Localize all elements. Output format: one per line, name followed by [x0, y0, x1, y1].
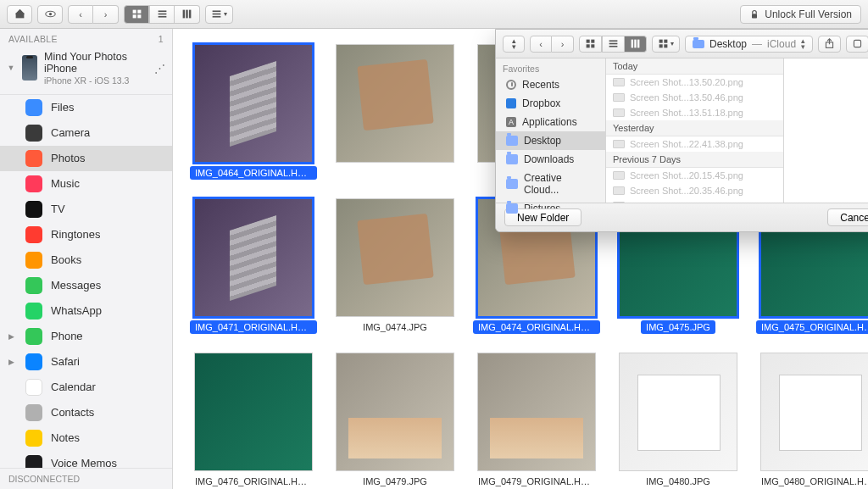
dropbox-icon [506, 98, 516, 108]
photo-caption: IMG_0480_ORIGINAL.HEIC [756, 475, 868, 488]
photo-thumbnail [477, 353, 596, 471]
device-row[interactable]: ▼ Mind Your Photos iPhone iPhone XR - iO… [0, 46, 172, 95]
photo-cell[interactable]: IMG_0479.JPG [336, 353, 454, 488]
dlg-file-row[interactable]: Screen Shot...22.41.38.png [606, 136, 783, 152]
photo-grid-pane: IMG_0464_ORIGINAL.HEICIMG_0467_ORIGINAL.… [173, 29, 868, 489]
image-file-icon [613, 202, 625, 203]
dlg-tags-button[interactable] [846, 36, 868, 53]
svg-rect-9 [158, 14, 166, 15]
svg-rect-30 [659, 44, 663, 47]
photo-cell[interactable]: IMG_0474.JPG [336, 198, 454, 334]
svg-rect-18 [587, 40, 590, 43]
dlg-file-row[interactable]: Screen Shot...13.50.20.png [606, 75, 783, 90]
nav-forward-button[interactable]: › [93, 5, 119, 24]
dlg-group-header: Yesterday [606, 120, 783, 136]
folder-icon [506, 136, 518, 146]
sidebar-item-photos[interactable]: ▶Photos [0, 146, 172, 171]
sidebar-item-label: Photos [51, 152, 85, 164]
chevron-up-down-icon: ▴▾ [512, 38, 516, 50]
view-list-button[interactable] [149, 5, 175, 24]
eye-icon [45, 8, 56, 19]
unlock-full-version-button[interactable]: Unlock Full Version [740, 5, 861, 24]
sidebar-item-ringtones[interactable]: ▶Ringtones [0, 222, 172, 247]
photo-cell[interactable] [336, 44, 454, 180]
dlg-file-row[interactable]: Screen Shot...13.50.46.png [606, 90, 783, 105]
dlg-file-list[interactable]: TodayScreen Shot...13.50.20.pngScreen Sh… [606, 58, 784, 203]
sidebar-item-phone[interactable]: ▶Phone [0, 324, 172, 349]
dlg-nav-back-button[interactable]: ‹ [530, 36, 552, 53]
location-main: Desktop [709, 38, 747, 50]
dlg-sb-item-applications[interactable]: Applications [496, 113, 605, 131]
photo-caption: IMG_0476_ORIGINAL.HEIC [190, 475, 317, 488]
photo-cell[interactable]: IMG_0480.JPG [619, 353, 737, 488]
dlg-file-name: Screen Shot...13.50.46.png [630, 92, 743, 103]
photo-cell[interactable]: IMG_0479_ORIGINAL.HEIC [473, 353, 600, 488]
photo-thumbnail [194, 198, 313, 317]
group-menu[interactable]: ▾ [205, 5, 233, 24]
svg-rect-19 [591, 40, 594, 43]
location-popup[interactable]: Desktop — iCloud ▴▾ [685, 36, 813, 53]
sidebar-item-calendar[interactable]: ▶Calendar [0, 375, 172, 400]
svg-rect-21 [591, 44, 594, 47]
sidebar-item-whatsapp[interactable]: ▶WhatsApp [0, 298, 172, 324]
svg-rect-16 [213, 16, 221, 18]
sidebar-item-label: Messages [51, 279, 101, 292]
dlg-nav-forward-button[interactable]: › [552, 36, 574, 53]
dlg-sb-item-creative-cloud-[interactable]: Creative Cloud... [496, 169, 605, 199]
svg-rect-31 [664, 44, 667, 47]
sidebar-item-music[interactable]: ▶Music [0, 171, 172, 197]
view-columns-button[interactable] [175, 5, 200, 24]
dlg-sb-item-downloads[interactable]: Downloads [496, 150, 605, 169]
sidebar-item-notes[interactable]: ▶Notes [0, 425, 172, 451]
sidebar-item-tv[interactable]: ▶TV [0, 197, 172, 222]
photo-cell[interactable]: IMG_0476_ORIGINAL.HEIC [190, 353, 317, 488]
dlg-sb-item-dropbox[interactable]: Dropbox [496, 94, 605, 113]
dlg-file-row[interactable]: Screen Shot...13.51.18.png [606, 105, 783, 120]
photo-cell[interactable]: IMG_0471_ORIGINAL.HEIC [190, 198, 317, 334]
dlg-view-columns-button[interactable] [625, 36, 647, 53]
photo-cell[interactable]: IMG_0480_ORIGINAL.HEIC [756, 353, 868, 488]
sidebar-item-contacts[interactable]: ▶Contacts [0, 400, 172, 425]
back-to-devices-button[interactable] [7, 5, 32, 24]
dlg-sb-label: Downloads [524, 153, 574, 165]
save-panel-toolbar: ▴▾ ‹ › ▾ Desktop — iCloud ▴▾ [496, 30, 868, 58]
cancel-button[interactable]: Cancel [827, 208, 868, 226]
dlg-file-row[interactable]: Screen Shot...20.49.22.png [606, 198, 783, 203]
sidebar-item-camera[interactable]: ▶Camera [0, 120, 172, 146]
view-grid-button[interactable] [124, 5, 149, 24]
dlg-file-name: Screen Shot...20.35.46.png [630, 186, 743, 196]
columns-icon [630, 38, 641, 49]
sidebar-item-label: Music [51, 177, 80, 190]
nav-back-button[interactable]: ‹ [68, 5, 93, 24]
dlg-sb-item-desktop[interactable]: Desktop [496, 131, 605, 150]
dlg-view-grid-button[interactable] [579, 36, 602, 53]
app-category-icon [25, 175, 42, 192]
sidebar-item-files[interactable]: ▶Files [0, 95, 172, 120]
svg-rect-11 [183, 10, 185, 19]
device-name: Mind Your Photos iPhone [44, 51, 147, 75]
dlg-share-button[interactable] [818, 36, 841, 53]
image-file-icon [613, 93, 625, 102]
sidebar-item-safari[interactable]: ▶Safari [0, 349, 172, 375]
clock-icon [506, 80, 516, 90]
dlg-preview-column [784, 58, 869, 203]
dlg-file-row[interactable]: Screen Shot...20.35.46.png [606, 183, 783, 198]
sidebar-item-books[interactable]: ▶Books [0, 247, 172, 273]
svg-rect-8 [158, 10, 166, 12]
dlg-group-header: Today [606, 58, 783, 75]
dlg-file-row[interactable]: Screen Shot...20.15.45.png [606, 168, 783, 183]
photo-cell[interactable]: IMG_0464_ORIGINAL.HEIC [190, 44, 317, 180]
quicklook-button[interactable] [37, 5, 63, 24]
dlg-sb-item-recents[interactable]: Recents [496, 75, 605, 94]
svg-rect-14 [213, 10, 221, 12]
dlg-group-menu[interactable]: ▾ [652, 36, 680, 53]
photo-thumbnail [336, 44, 454, 163]
phone-icon [22, 55, 37, 81]
app-category-icon [25, 277, 42, 294]
sidebar-item-messages[interactable]: ▶Messages [0, 273, 172, 298]
dlg-view-list-button[interactable] [602, 36, 625, 53]
collapse-button[interactable]: ▴▾ [503, 36, 525, 53]
sidebar-item-voice-memos[interactable]: ▶Voice Memos [0, 451, 172, 468]
grid-icon [585, 38, 596, 49]
svg-point-3 [48, 13, 51, 15]
